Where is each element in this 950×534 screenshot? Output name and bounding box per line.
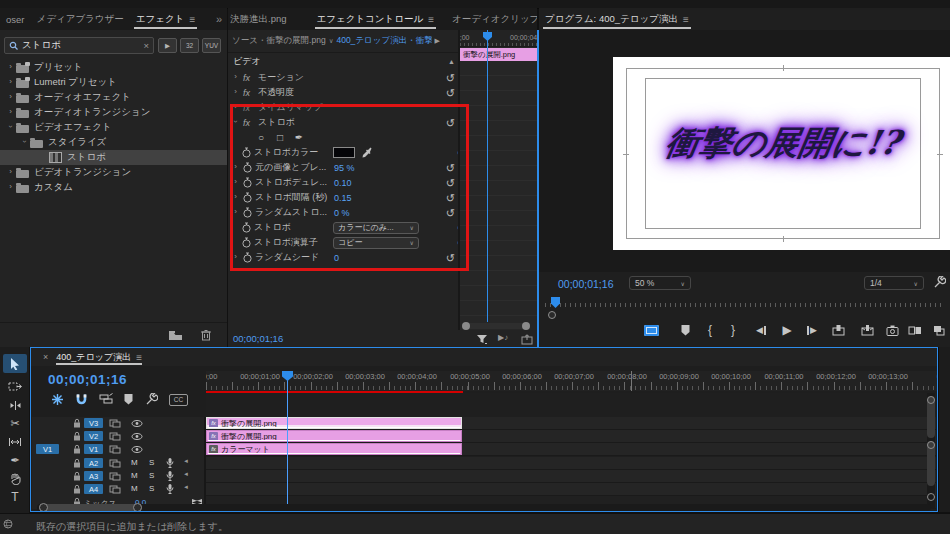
mark-in-button[interactable]: { [702,323,718,337]
tree-item-video-effects[interactable]: › ビデオエフェクト [0,120,227,135]
param-value[interactable]: 95 % [334,163,355,173]
effect-row-opacity[interactable]: › fx 不透明度 ↺ [231,85,455,100]
reset-param-icon[interactable]: ↺ [446,178,455,188]
panel-menu-icon[interactable]: ≡ [683,14,689,25]
pen-tool[interactable]: ✒ [3,451,27,470]
collapse-section-icon[interactable]: ▲ [448,57,455,67]
snap-toggle[interactable] [75,393,88,406]
export-icon[interactable] [521,334,533,345]
accelerated-effects-filter-button[interactable]: ▶ [158,38,177,53]
mini-playhead-line[interactable] [487,30,488,322]
panel-menu-icon[interactable]: ≡ [428,14,434,25]
param-value[interactable]: 0.10 [334,178,352,188]
solo-button[interactable]: S [149,458,154,467]
stopwatch-icon[interactable] [243,207,252,218]
playback-resolution-dropdown[interactable]: 1/4 ∨ [864,276,924,290]
mute-button[interactable]: M [131,471,138,480]
track-lane-a2[interactable] [206,457,936,470]
new-custom-bin-icon[interactable] [168,330,183,341]
chevron-right-icon[interactable]: › [231,252,240,261]
chevron-right-icon[interactable]: › [231,192,240,201]
tab-program[interactable]: プログラム: 400_テロップ演出 ≡ [539,8,695,30]
chevron-right-icon[interactable]: › [231,72,240,81]
track-lock-icon[interactable] [73,458,81,468]
sync-lock-icon[interactable] [109,432,121,441]
program-scrubber[interactable] [545,297,944,309]
comparison-view-button[interactable] [907,323,923,337]
chevron-down-icon[interactable]: ∨ [329,37,334,45]
eyedropper-icon[interactable] [362,147,373,158]
safe-margins-button[interactable] [643,323,659,337]
ecp-hscrollbar[interactable] [462,323,530,329]
param-value[interactable]: 0 % [334,208,350,218]
sync-lock-icon[interactable] [109,472,121,481]
chevron-right-icon[interactable]: › [231,177,240,186]
pan-left-icon[interactable]: ◄ [183,484,189,490]
tree-item-audio-transitions[interactable]: › オーディオトランジション [0,105,227,120]
effect-row-time-remap[interactable]: › fx タイムリマップ [231,100,455,115]
rectangle-mask-button[interactable]: □ [272,132,288,144]
chevron-right-icon[interactable]: › [6,77,15,86]
tree-item-strobe[interactable]: ストロボ [0,150,227,165]
type-tool[interactable]: T [3,487,27,506]
sync-lock-icon[interactable] [109,459,121,468]
razor-tool[interactable]: ✂ [3,414,27,433]
panel-menu-icon[interactable]: ≡ [189,14,195,25]
empty-track-space[interactable] [206,393,937,417]
timeline-hscrollbar[interactable] [37,504,931,511]
mark-out-button[interactable]: } [725,323,741,337]
timeline-playhead-line[interactable] [287,371,288,509]
video-section-header[interactable]: ビデオ ▲ [231,54,455,69]
panel-menu-icon[interactable]: ≡ [136,352,142,363]
reset-param-icon[interactable]: ↺ [446,193,455,203]
chevron-right-icon[interactable]: › [231,102,240,111]
solo-button[interactable]: S [149,484,154,493]
chevron-right-icon[interactable]: › [6,92,15,101]
mini-clip[interactable]: 衝撃の展開.png [460,48,537,61]
tree-item-lumetri-presets[interactable]: › Lumetri プリセット [0,75,227,90]
chevron-right-icon[interactable]: › [6,107,15,116]
color-swatch[interactable] [333,147,355,158]
reset-param-icon[interactable]: ↺ [446,253,455,263]
mini-ruler[interactable]: 00;00 00;00;04; [460,30,537,47]
track-lock-icon[interactable] [73,471,81,481]
strobe-mode-dropdown[interactable]: カラーにのみ... ∨ [333,222,419,234]
search-clear-icon[interactable]: × [143,40,153,51]
export-frame-button[interactable] [884,323,900,337]
zoom-level-dropdown[interactable]: 50 % ∨ [629,276,691,290]
delete-trash-icon[interactable] [201,329,211,341]
effects-search-input[interactable]: ストロボ × [4,37,154,54]
tree-item-audio-effects[interactable]: › オーディオエフェクト [0,90,227,105]
scrollbar-handle[interactable] [522,322,530,330]
tab-overflow-icon[interactable]: » [216,13,227,25]
reset-effect-icon[interactable]: ↺ [446,118,455,128]
chevron-right-icon[interactable]: › [6,62,15,71]
solo-button[interactable]: S [149,471,154,480]
track-target-a4[interactable]: A4 [84,484,103,494]
extract-button[interactable] [859,323,875,337]
chevron-down-icon[interactable]: › [20,137,29,146]
chevron-right-icon[interactable]: › [6,182,15,191]
sync-lock-icon[interactable] [109,419,121,428]
voiceover-mic-icon[interactable] [166,457,174,469]
program-timecode[interactable]: 00;00;01;16 [558,278,613,290]
stopwatch-icon[interactable] [243,252,252,263]
track-lock-icon[interactable] [73,444,81,454]
reset-param-icon[interactable]: ↺ [446,208,455,218]
track-lane-a3[interactable] [206,470,936,483]
timeline-ruler[interactable]: 00;00 00;00;01;00 00;00;02;00 00;00;03;0… [206,371,937,391]
chevron-right-icon[interactable]: › [6,167,15,176]
scrollbar-grip[interactable] [927,441,935,449]
add-marker-button[interactable] [677,323,693,337]
zoom-handle-right[interactable] [133,503,142,512]
tree-item-stylize[interactable]: › スタイライズ [0,135,227,150]
tab-media-browser[interactable]: メディアブラウザー [30,8,129,30]
track-target-a2[interactable]: A2 [84,458,103,468]
lift-button[interactable] [830,323,846,337]
captions-toggle[interactable]: CC [169,394,188,406]
free-draw-pen-button[interactable]: ✒ [291,132,307,144]
track-target-v2[interactable]: V2 [84,431,103,441]
zoom-scrollbar-handle[interactable] [39,504,142,511]
track-select-forward-tool[interactable] [3,377,27,396]
effect-row-strobe[interactable]: › fx ストロボ ↺ [231,115,455,130]
